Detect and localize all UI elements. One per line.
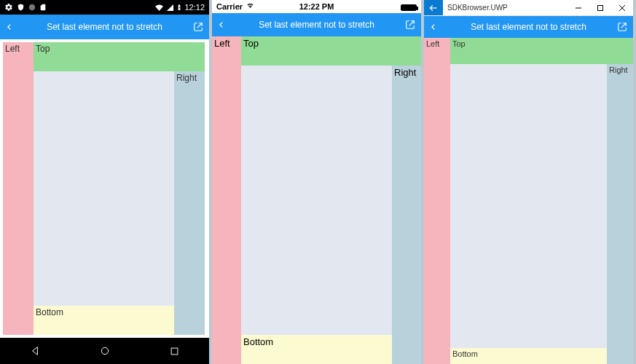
page-title: Set last element not to stretch: [444, 22, 613, 32]
external-link-button[interactable]: [401, 20, 415, 30]
dock-left: Left: [212, 36, 241, 364]
app-header: Set last element not to stretch: [212, 13, 421, 36]
gear-icon: [4, 3, 13, 12]
window-maximize-button[interactable]: [589, 0, 611, 15]
nav-home-icon[interactable]: [99, 345, 111, 357]
dock-right: Right: [607, 64, 633, 364]
android-nav-bar: [0, 338, 209, 364]
dock-left: Left: [3, 42, 34, 335]
circle-icon: [28, 4, 36, 11]
app-header: Set last element not to stretch: [0, 15, 209, 39]
dock-top: Top: [241, 36, 421, 66]
android-clock: 12:12: [184, 3, 205, 12]
android-device: 12:12 Set last element not to stretch Le…: [0, 0, 209, 364]
dock-layout: Left Top Right Bottom: [3, 42, 205, 335]
uwp-titlebar: SDKBrowser.UWP: [424, 0, 633, 16]
dock-bottom: Bottom: [241, 335, 392, 364]
nav-back-icon[interactable]: [29, 345, 41, 357]
nav-recents-icon[interactable]: [169, 346, 180, 357]
page-title: Set last element not to stretch: [232, 20, 401, 30]
ios-status-bar: Carrier 12:22 PM: [212, 0, 421, 13]
external-link-button[interactable]: [189, 22, 203, 32]
dock-layout: Left Top Right Bottom: [212, 36, 421, 364]
window-close-button[interactable]: [611, 0, 633, 15]
wifi-icon: [154, 4, 164, 12]
svg-point-1: [101, 347, 108, 354]
uwp-window-title: SDKBrowser.UWP: [443, 0, 568, 15]
wifi-icon: [246, 2, 255, 11]
svg-rect-5: [598, 5, 603, 10]
dock-right: Right: [174, 71, 205, 335]
battery-icon: [176, 3, 182, 12]
dock-bottom: Bottom: [34, 306, 174, 335]
ios-clock: 12:22 PM: [283, 2, 350, 11]
dock-left: Left: [424, 38, 450, 364]
svg-rect-2: [171, 348, 178, 355]
back-button[interactable]: [218, 20, 232, 30]
ios-carrier: Carrier: [216, 2, 243, 11]
shield-icon: [17, 3, 25, 12]
uwp-back-button[interactable]: [424, 0, 443, 15]
dock-right: Right: [392, 66, 421, 364]
back-button[interactable]: [430, 22, 444, 32]
ios-device: Carrier 12:22 PM Set last element not to…: [212, 0, 421, 364]
dock-bottom: Bottom: [450, 348, 607, 364]
back-button[interactable]: [6, 22, 20, 32]
external-link-button[interactable]: [613, 22, 627, 32]
dock-layout: Left Top Right Bottom: [424, 38, 633, 364]
window-minimize-button[interactable]: [568, 0, 589, 15]
android-status-left: [4, 3, 47, 12]
dock-top: Top: [450, 38, 633, 64]
android-status-right: 12:12: [154, 3, 205, 12]
page-title: Set last element not to stretch: [20, 22, 189, 32]
dock-top: Top: [34, 42, 205, 71]
sdcard-icon: [39, 3, 47, 12]
signal-icon: [166, 4, 174, 12]
battery-icon: [401, 4, 417, 11]
app-header: Set last element not to stretch: [424, 16, 633, 38]
android-status-bar: 12:12: [0, 0, 209, 15]
svg-point-0: [29, 4, 35, 10]
uwp-device: SDKBrowser.UWP Set last element not to s…: [424, 0, 633, 364]
